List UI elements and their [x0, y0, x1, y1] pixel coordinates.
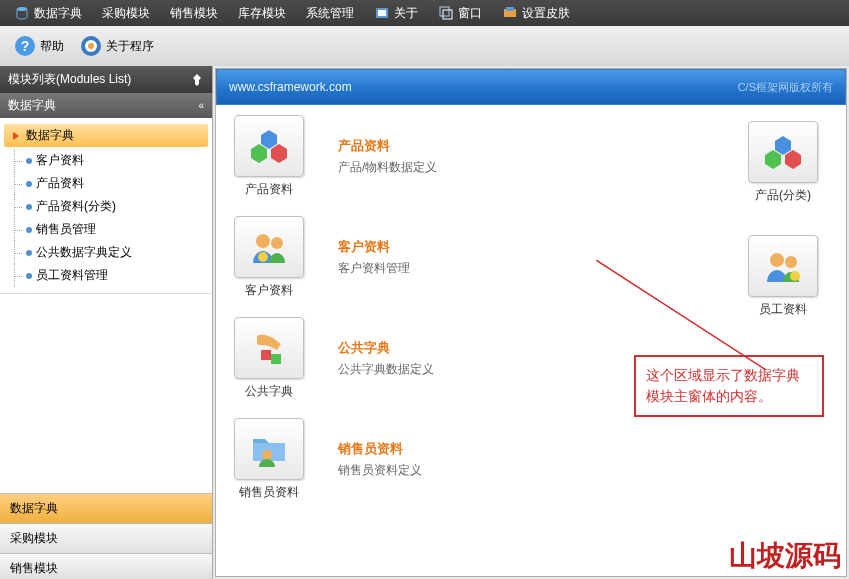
bullet-icon — [26, 273, 32, 279]
hand-cubes-icon — [249, 328, 289, 368]
svg-point-11 — [88, 43, 94, 49]
bottom-item-data-dict[interactable]: 数据字典 — [0, 493, 212, 523]
svg-point-12 — [256, 234, 270, 248]
content-header-url: www.csframework.com — [229, 80, 352, 94]
tree-item-customer[interactable]: 客户资料 — [4, 149, 208, 172]
info-icon — [374, 5, 390, 21]
tree-spacer — [0, 293, 212, 493]
pin-icon[interactable] — [190, 73, 204, 87]
bullet-icon — [26, 204, 32, 210]
tree-root-label: 数据字典 — [26, 127, 74, 144]
sidebar-header: 模块列表(Modules List) — [0, 66, 212, 93]
svg-point-0 — [17, 7, 27, 11]
tree-item-salesperson[interactable]: 销售员管理 — [4, 218, 208, 241]
svg-point-17 — [262, 450, 272, 460]
sidebar-title: 模块列表(Modules List) — [8, 71, 131, 88]
bullet-icon — [26, 227, 32, 233]
menu-about[interactable]: 关于 — [364, 1, 428, 26]
arrow-right-icon — [10, 130, 22, 142]
menu-inventory[interactable]: 库存模块 — [228, 1, 296, 26]
svg-point-20 — [790, 271, 800, 281]
main-container: 模块列表(Modules List) 数据字典 « 数据字典 客户资料 产品资料… — [0, 66, 849, 579]
db-icon — [14, 5, 30, 21]
tile-product-category[interactable]: 产品(分类) — [744, 121, 822, 204]
svg-rect-3 — [440, 7, 449, 16]
toolbar: ? 帮助 关于程序 — [0, 26, 849, 66]
section-title: 数据字典 — [8, 97, 56, 114]
bottom-accordion: 数据字典 采购模块 销售模块 — [0, 493, 212, 579]
content-area: www.csframework.com C/S框架网版权所有 产品资料 产品资料… — [215, 68, 847, 577]
bottom-item-purchase[interactable]: 采购模块 — [0, 523, 212, 553]
tree-item-public-dict[interactable]: 公共数据字典定义 — [4, 241, 208, 264]
tile-public-dict[interactable]: 公共字典 — [230, 317, 308, 400]
window-icon — [438, 5, 454, 21]
tree-item-employee[interactable]: 员工资料管理 — [4, 264, 208, 287]
module-row-product: 产品资料 产品资料 产品/物料数据定义 — [230, 115, 832, 198]
bullet-icon — [26, 181, 32, 187]
cubes-icon — [249, 126, 289, 166]
menu-skin[interactable]: 设置皮肤 — [492, 1, 580, 26]
about-program-icon — [80, 35, 102, 57]
toolbar-about-label: 关于程序 — [106, 38, 154, 55]
tree-root-item[interactable]: 数据字典 — [4, 124, 208, 147]
svg-line-21 — [596, 260, 766, 370]
users-icon — [249, 227, 289, 267]
desc-customer: 客户资料 客户资料管理 — [338, 238, 498, 277]
svg-point-19 — [785, 256, 797, 268]
cubes-icon — [763, 132, 803, 172]
folder-user-icon — [249, 429, 289, 469]
tree-view: 数据字典 客户资料 产品资料 产品资料(分类) 销售员管理 公共数据字典定义 员… — [0, 118, 212, 293]
menu-sales[interactable]: 销售模块 — [160, 1, 228, 26]
svg-rect-6 — [506, 7, 514, 11]
svg-rect-4 — [443, 10, 452, 19]
svg-rect-16 — [271, 354, 281, 364]
tile-salesperson[interactable]: 销售员资料 — [230, 418, 308, 501]
tree-item-product-cat[interactable]: 产品资料(分类) — [4, 195, 208, 218]
desc-product: 产品资料 产品/物料数据定义 — [338, 137, 498, 176]
tree-item-product[interactable]: 产品资料 — [4, 172, 208, 195]
sidebar: 模块列表(Modules List) 数据字典 « 数据字典 客户资料 产品资料… — [0, 66, 213, 579]
skin-icon — [502, 5, 518, 21]
toolbar-about-program[interactable]: 关于程序 — [72, 31, 162, 61]
menubar: 数据字典 采购模块 销售模块 库存模块 系统管理 关于 窗口 设置皮肤 — [0, 0, 849, 26]
chevron-left-icon: « — [198, 100, 204, 111]
content-body: 产品资料 产品资料 产品/物料数据定义 客户资料 客户资料 客户资料管理 — [216, 105, 846, 576]
help-icon: ? — [14, 35, 36, 57]
desc-public-dict: 公共字典 公共字典数据定义 — [338, 339, 498, 378]
section-header-data-dict[interactable]: 数据字典 « — [0, 93, 212, 118]
watermark: 山坡源码 — [729, 537, 841, 575]
content-header-copyright: C/S框架网版权所有 — [738, 80, 833, 95]
toolbar-help[interactable]: ? 帮助 — [6, 31, 72, 61]
content-header: www.csframework.com C/S框架网版权所有 — [216, 69, 846, 105]
menu-data-dict[interactable]: 数据字典 — [4, 1, 92, 26]
bullet-icon — [26, 158, 32, 164]
bottom-item-sales[interactable]: 销售模块 — [0, 553, 212, 579]
menu-system[interactable]: 系统管理 — [296, 1, 364, 26]
tile-customer[interactable]: 客户资料 — [230, 216, 308, 299]
svg-point-13 — [271, 237, 283, 249]
svg-point-14 — [258, 252, 268, 262]
svg-text:?: ? — [21, 38, 30, 54]
tile-product[interactable]: 产品资料 — [230, 115, 308, 198]
toolbar-help-label: 帮助 — [40, 38, 64, 55]
menu-purchase[interactable]: 采购模块 — [92, 1, 160, 26]
bullet-icon — [26, 250, 32, 256]
annotation-box: 这个区域显示了数据字典模块主窗体的内容。 — [634, 355, 824, 417]
svg-rect-2 — [378, 10, 386, 16]
menu-window[interactable]: 窗口 — [428, 1, 492, 26]
desc-salesperson: 销售员资料 销售员资料定义 — [338, 440, 498, 479]
svg-rect-15 — [261, 350, 271, 360]
module-row-salesperson: 销售员资料 销售员资料 销售员资料定义 — [230, 418, 832, 501]
